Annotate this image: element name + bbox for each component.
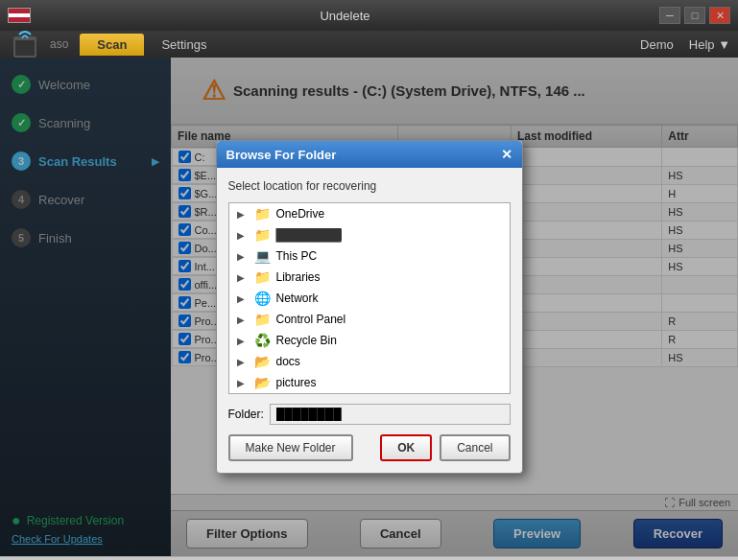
app-logo-icon xyxy=(8,27,42,61)
modal-cancel-button[interactable]: Cancel xyxy=(440,434,510,461)
tree-item[interactable]: ▶📂pictures xyxy=(229,372,510,393)
modal-title: Browse For Folder xyxy=(226,148,337,162)
tree-item[interactable]: ▶🌐Network xyxy=(229,288,510,309)
browse-folder-modal: Browse For Folder ✕ Select location for … xyxy=(216,140,523,474)
tree-arrow-icon: ▶ xyxy=(237,315,249,325)
tree-arrow-icon: ▶ xyxy=(237,336,249,346)
tree-arrow-icon: ▶ xyxy=(237,378,249,388)
tree-arrow-icon: ▶ xyxy=(237,251,249,262)
tab-scan[interactable]: Scan xyxy=(80,34,144,56)
main-container: ✓ Welcome ✓ Scanning 3 Scan Results ▶ 4 … xyxy=(0,58,738,556)
folder-icon: 📂 xyxy=(254,375,271,390)
tab-settings[interactable]: Settings xyxy=(144,34,224,56)
folder-tree[interactable]: ▶📁OneDrive▶📁████████▶💻This PC▶📁Libraries… xyxy=(228,202,511,394)
tree-item[interactable]: ▶♻️Recycle Bin xyxy=(229,330,510,351)
modal-subtitle: Select location for recovering xyxy=(228,179,511,193)
maximize-button[interactable]: □ xyxy=(684,7,705,24)
status-bar: ASO3 Version: 3.9.3645.16880 SYS TWEAK xyxy=(0,556,738,560)
title-bar: Undelete ─ □ ✕ xyxy=(0,0,738,31)
modal-body: Select location for recovering ▶📁OneDriv… xyxy=(217,168,522,473)
modal-titlebar: Browse For Folder ✕ xyxy=(217,141,522,168)
make-new-folder-button[interactable]: Make New Folder xyxy=(228,434,353,461)
tree-item[interactable]: ▶📁Control Panel xyxy=(229,309,510,330)
folder-icon: 📁 xyxy=(254,206,271,222)
tree-item[interactable]: ▶📁Libraries xyxy=(229,267,510,288)
demo-link[interactable]: Demo xyxy=(640,37,674,52)
logo-text: aso xyxy=(50,37,68,51)
tree-arrow-icon: ▶ xyxy=(237,209,249,220)
menu-right: Demo Help ▼ xyxy=(640,37,730,52)
close-button[interactable]: ✕ xyxy=(709,7,730,24)
modal-close-button[interactable]: ✕ xyxy=(501,147,512,162)
flag-icon xyxy=(8,8,31,23)
tree-arrow-icon: ▶ xyxy=(237,293,249,304)
logo-area: aso xyxy=(8,27,68,61)
folder-row: Folder: xyxy=(228,404,511,425)
folder-input[interactable] xyxy=(270,404,511,425)
tree-item[interactable]: ▶📂product setup xyxy=(229,393,510,394)
modal-action-buttons: Make New Folder OK Cancel xyxy=(228,434,511,461)
folder-icon: 🌐 xyxy=(254,291,271,306)
folder-icon: 📁 xyxy=(254,312,271,327)
folder-icon: 💻 xyxy=(254,248,271,264)
app-title: Undelete xyxy=(31,9,659,23)
folder-icon: 📁 xyxy=(254,269,271,285)
tree-arrow-icon: ▶ xyxy=(237,230,249,241)
window-controls: ─ □ ✕ xyxy=(659,7,730,24)
svg-rect-1 xyxy=(15,40,35,56)
tree-item[interactable]: ▶📂docs xyxy=(229,351,510,372)
ok-button[interactable]: OK xyxy=(380,434,432,461)
help-menu[interactable]: Help ▼ xyxy=(689,37,730,52)
tree-arrow-icon: ▶ xyxy=(237,272,249,283)
tree-item[interactable]: ▶💻This PC xyxy=(229,245,510,267)
tree-arrow-icon: ▶ xyxy=(237,357,249,367)
menu-bar: aso Scan Settings Demo Help ▼ xyxy=(0,31,738,58)
folder-label: Folder: xyxy=(228,408,264,421)
tree-item[interactable]: ▶📁████████ xyxy=(229,224,510,245)
folder-icon: 📂 xyxy=(254,354,271,369)
modal-overlay: Browse For Folder ✕ Select location for … xyxy=(0,58,738,556)
tree-item[interactable]: ▶📁OneDrive xyxy=(229,203,510,224)
folder-icon: ♻️ xyxy=(254,333,271,348)
folder-icon: 📁 xyxy=(254,227,271,243)
minimize-button[interactable]: ─ xyxy=(659,7,680,24)
